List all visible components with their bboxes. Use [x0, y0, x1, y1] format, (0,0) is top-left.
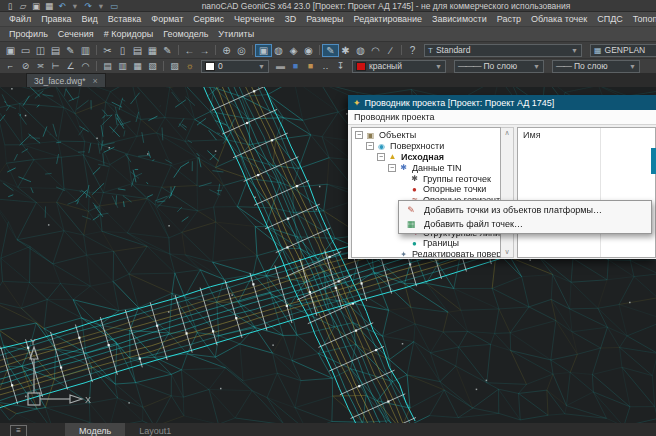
undo-caret-icon[interactable]: ▾: [69, 1, 81, 11]
redo-arrow-icon[interactable]: →: [197, 45, 212, 56]
paste-icon[interactable]: ▤: [130, 45, 145, 56]
tab-model[interactable]: Модель: [65, 423, 125, 436]
tab-layout1[interactable]: Layout1: [125, 423, 185, 436]
dim-ordinate-icon[interactable]: ⊢: [48, 61, 63, 71]
make-current-icon[interactable]: ▬: [273, 61, 288, 71]
pen-tool-icon[interactable]: ∕: [383, 45, 398, 56]
zoom-realtime-icon[interactable]: ◎: [234, 45, 249, 56]
expander-icon[interactable]: −: [366, 142, 374, 150]
menu-item-черчение[interactable]: Черчение: [229, 14, 280, 24]
tree-item-point-groups[interactable]: ✱Группы геоточек: [352, 173, 500, 184]
dim-aligned-icon[interactable]: ≍: [33, 61, 48, 71]
menu-item-3d[interactable]: 3D: [280, 14, 302, 24]
dim-angular-icon[interactable]: ∠: [63, 61, 78, 71]
new-file-icon[interactable]: ▯: [4, 1, 16, 11]
menu-item-утилиты[interactable]: Утилиты: [213, 29, 259, 39]
menu-item-файл[interactable]: Файл: [4, 14, 36, 24]
format-painter-icon[interactable]: ✎: [160, 45, 175, 56]
item-list-panel[interactable]: Имя: [517, 127, 656, 258]
tree-item-tin-data[interactable]: −✱Данные TIN: [352, 162, 500, 173]
menu-item--коридоры[interactable]: # Коридоры: [99, 29, 159, 39]
menu-item-сервис[interactable]: Сервис: [188, 14, 229, 24]
ctx-add-points-file[interactable]: ▦Добавить файл точек…: [400, 217, 650, 231]
menu-item-редактирование[interactable]: Редактирование: [349, 14, 428, 24]
menu-item-сечения[interactable]: Сечения: [53, 29, 99, 39]
redo-icon[interactable]: ↷: [82, 1, 94, 11]
expander-icon[interactable]: −: [355, 131, 363, 139]
undo-icon[interactable]: ↶: [56, 1, 68, 11]
copy-icon[interactable]: ▯: [115, 45, 130, 56]
palette-title-bar[interactable]: ✦ Проводник проекта [Проект: Проект АД 1…: [348, 95, 656, 110]
save-all-icon[interactable]: ▦: [43, 1, 55, 11]
text-style-combo[interactable]: T Standard ▼: [424, 44, 582, 57]
tree-scrollbar[interactable]: ∧ ∨: [501, 127, 514, 258]
pin-layer-icon[interactable]: ↧: [333, 61, 348, 71]
dim-diameter-icon[interactable]: ⊘: [18, 61, 33, 71]
zoom-dynamic-icon[interactable]: ◍: [271, 45, 286, 56]
menu-item-профиль[interactable]: Профиль: [4, 29, 53, 39]
render-icon[interactable]: ◍: [353, 45, 368, 56]
more-dots-icon[interactable]: ‥: [318, 61, 333, 71]
print-preview-icon[interactable]: ◫: [33, 45, 48, 56]
open-file-icon[interactable]: ▱: [17, 1, 29, 11]
menu-item-зависимости[interactable]: Зависимости: [427, 14, 492, 24]
menu-item-формат[interactable]: Формат: [146, 14, 188, 24]
genplan-combo[interactable]: ▦ GENPLAN: [590, 44, 656, 57]
expander-icon[interactable]: −: [388, 164, 396, 172]
menu-item-размеры[interactable]: Размеры: [301, 14, 348, 24]
material-box-icon[interactable]: ■: [303, 61, 318, 71]
pdf-export-icon[interactable]: ▤: [48, 45, 63, 56]
ctx-add-points-from-objects[interactable]: ✎Добавить точки из объектов платформы…: [400, 203, 650, 217]
menu-item-спдс[interactable]: СПДС: [592, 14, 628, 24]
linetype-combo[interactable]: ——— По слою ▼: [454, 60, 544, 73]
menu-item-вставка[interactable]: Вставка: [103, 14, 146, 24]
menu-item-растр[interactable]: Растр: [492, 14, 526, 24]
drawing-viewport[interactable]: Y X ✦ Проводник проекта [Проект: Проект …: [0, 87, 656, 423]
menu-item-правка[interactable]: Правка: [36, 14, 76, 24]
scroll-up-icon[interactable]: ∧: [504, 129, 509, 137]
dim-linear-icon[interactable]: ⌐: [3, 61, 18, 71]
tree-item-edit-surface[interactable]: ✦Редактировать поверхность: [352, 249, 500, 258]
tree-item-control-points[interactable]: ●Опорные точки: [352, 184, 500, 195]
tree-item-source-surface[interactable]: −▲Исходная: [352, 152, 500, 163]
copy-sheet-icon[interactable]: ▥: [78, 45, 93, 56]
layer-match-icon[interactable]: ▨: [167, 61, 182, 71]
layer-properties-icon[interactable]: ▤: [100, 61, 115, 71]
zoom-previous-icon[interactable]: ◉: [301, 45, 316, 56]
lineweight-combo[interactable]: —— По слою ▼: [552, 60, 640, 73]
cut-icon[interactable]: ✂: [100, 45, 115, 56]
layout-list-icon[interactable]: ≡: [10, 425, 27, 436]
save-icon[interactable]: ▣: [30, 1, 42, 11]
menu-item-вид[interactable]: Вид: [77, 14, 103, 24]
expander-icon[interactable]: −: [377, 153, 385, 161]
menu-item-облака-точек[interactable]: Облака точек: [526, 14, 592, 24]
layer-bulb-icon[interactable]: ☼: [182, 61, 197, 71]
tree-item-objects[interactable]: −▣Объекты: [352, 130, 500, 141]
pan-icon[interactable]: ⊕: [219, 45, 234, 56]
arc-tool-icon[interactable]: ◠: [368, 45, 383, 56]
sketch-icon[interactable]: ✎: [323, 45, 338, 56]
layer-new-icon[interactable]: ▥: [115, 61, 130, 71]
color-combo[interactable]: красный ▼: [352, 60, 446, 73]
menu-item-топоплан[interactable]: Топоплан: [628, 14, 656, 24]
tree-item-boundaries[interactable]: ●Границы: [352, 238, 500, 249]
palette-edge-scrollbar[interactable]: [651, 148, 656, 174]
menu-item-геомодель[interactable]: Геомодель: [158, 29, 213, 39]
dim-arc-icon[interactable]: ◠: [78, 61, 93, 71]
tree-item-surfaces[interactable]: −◉Поверхности: [352, 141, 500, 152]
close-icon[interactable]: ×: [93, 76, 98, 86]
project-tree[interactable]: −▣Объекты−◉Поверхности−▲Исходная−✱Данные…: [351, 127, 501, 258]
print-icon[interactable]: ▭: [108, 1, 120, 11]
zoom-scale-icon[interactable]: ◈: [286, 45, 301, 56]
scroll-down-icon[interactable]: ∨: [504, 248, 509, 256]
edit-block-icon[interactable]: ✎: [63, 45, 78, 56]
layer-combo[interactable]: 0 ▼: [201, 60, 269, 73]
properties-icon[interactable]: ✱: [338, 45, 353, 56]
print-icon[interactable]: ▭: [18, 45, 33, 56]
help-icon[interactable]: ?: [405, 45, 420, 56]
zoom-window-icon[interactable]: ▣: [256, 45, 271, 56]
save-icon[interactable]: ▣: [3, 45, 18, 56]
document-tab-3d-face[interactable]: 3d_face.dwg* ×: [26, 73, 106, 87]
layer-freeze-icon[interactable]: ▦: [130, 61, 145, 71]
redo-caret-icon[interactable]: ▾: [95, 1, 107, 11]
